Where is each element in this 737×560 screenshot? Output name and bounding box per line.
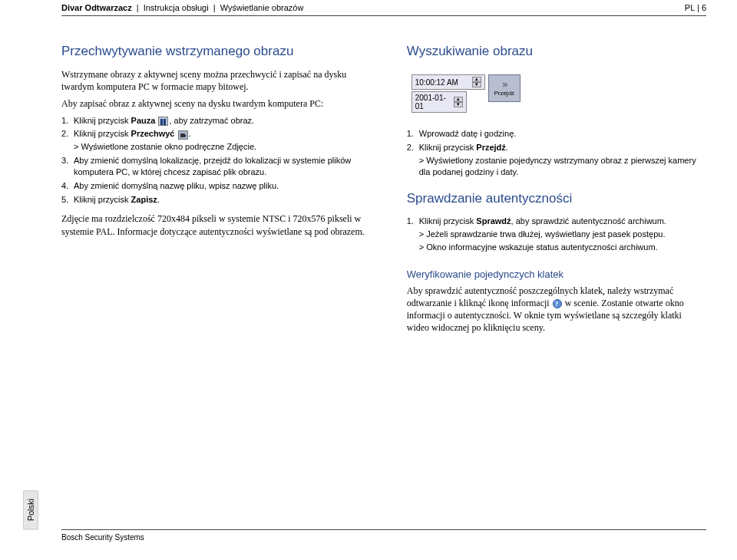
pause-icon: [158, 117, 168, 126]
step-item: 1. Wprowadź datę i godzinę.: [407, 128, 706, 140]
footer-company: Bosch Security Systems: [61, 533, 144, 542]
step-number: 1.: [61, 115, 74, 127]
step-number: 2.: [407, 142, 419, 178]
header-doc: Instrukcja obsługi: [144, 3, 209, 12]
step-text: Kliknij przycisk Przejdź. > Wyświetlony …: [419, 142, 706, 178]
step-number: 5.: [61, 194, 74, 206]
capture-note: Zdjęcie ma rozdzielczość 720x484 pikseli…: [61, 212, 376, 237]
verify-text: Aby sprawdzić autentyczność poszczególny…: [407, 285, 706, 334]
time-value: 10:00:12 AM: [415, 78, 458, 87]
capture-intro2: Aby zapisać obraz z aktywnej sceny na dy…: [61, 97, 376, 110]
date-value: 2001-01-01: [415, 94, 454, 110]
language-tab: Polski: [23, 490, 38, 529]
step-text: Aby zmienić domyślną lokalizację, przejd…: [74, 155, 376, 178]
fast-forward-icon: »: [502, 81, 506, 88]
date-input[interactable]: 2001-01-01 ▲ ▼: [411, 91, 467, 113]
language-label: Polski: [26, 499, 35, 521]
auth-title: Sprawdzanie autentyczności: [407, 191, 706, 206]
info-icon: [553, 299, 562, 308]
step-sub: > Jeżeli sprawdzanie trwa dłużej, wyświe…: [419, 229, 706, 240]
header-product: Divar Odtwarzacz: [61, 3, 132, 12]
page-number: PL | 6: [685, 3, 706, 12]
header-sep: |: [211, 3, 218, 12]
step-item: 3. Aby zmienić domyślną lokalizację, prz…: [61, 155, 376, 178]
chevron-down-icon[interactable]: ▼: [472, 82, 481, 87]
step-text: Kliknij przycisk Zapisz.: [74, 194, 376, 206]
step-item: 4. Aby zmienić domyślną nazwę pliku, wpi…: [61, 180, 376, 192]
auth-steps: 1. Kliknij przycisk Sprawdź, aby sprawdz…: [407, 216, 706, 253]
chevron-up-icon[interactable]: ▲: [454, 97, 463, 102]
step-number: 3.: [61, 155, 74, 178]
capture-intro: Wstrzymane obrazy z aktywnej sceny można…: [61, 68, 376, 93]
time-spinner[interactable]: ▲ ▼: [472, 77, 481, 87]
step-item: 1. Kliknij przycisk Pauza , aby zatrzyma…: [61, 115, 376, 127]
step-text: Wprowadź datę i godzinę.: [419, 128, 706, 140]
datetime-widget: 10:00:12 AM ▲ ▼ 2001-01-01: [411, 74, 521, 114]
step-sub: > Wyświetlony zostanie pojedynczy wstrzy…: [419, 155, 706, 178]
step-number: 1.: [407, 216, 419, 253]
camera-icon: [178, 130, 188, 140]
search-steps: 1. Wprowadź datę i godzinę. 2. Kliknij p…: [407, 128, 706, 177]
step-item: 5. Kliknij przycisk Zapisz.: [61, 194, 376, 206]
step-text: Aby zmienić domyślną nazwę pliku, wpisz …: [74, 180, 376, 192]
header-sep: |: [134, 3, 141, 12]
go-button-label: Przejdź: [494, 90, 514, 97]
breadcrumb: Divar Odtwarzacz | Instrukcja obsługi | …: [61, 3, 303, 12]
step-text: Kliknij przycisk Sprawdź, aby sprawdzić …: [419, 216, 706, 253]
step-text: Kliknij przycisk Przechwyć . > Wyświetlo…: [74, 128, 376, 153]
step-sub: > Okno informacyjne wskazuje status aute…: [419, 242, 706, 253]
time-input[interactable]: 10:00:12 AM ▲ ▼: [411, 74, 485, 90]
step-item: 2. Kliknij przycisk Przejdź. > Wyświetlo…: [407, 142, 706, 178]
header-section: Wyświetlanie obrazów: [220, 3, 304, 12]
verify-title: Weryfikowanie pojedynczych klatek: [407, 268, 706, 280]
capture-steps: 1. Kliknij przycisk Pauza , aby zatrzyma…: [61, 115, 376, 206]
capture-title: Przechwytywanie wstrzymanego obrazu: [61, 44, 376, 59]
chevron-up-icon[interactable]: ▲: [472, 77, 481, 82]
step-number: 1.: [407, 128, 419, 140]
step-item: 2. Kliknij przycisk Przechwyć . > Wyświe…: [61, 128, 376, 153]
search-title: Wyszukiwanie obrazu: [407, 44, 706, 59]
chevron-down-icon[interactable]: ▼: [454, 102, 463, 107]
date-spinner[interactable]: ▲ ▼: [454, 97, 463, 107]
page-header: Divar Odtwarzacz | Instrukcja obsługi | …: [61, 0, 706, 16]
step-number: 2.: [61, 128, 74, 153]
step-text: Kliknij przycisk Pauza , aby zatrzymać o…: [74, 115, 376, 127]
step-number: 4.: [61, 180, 74, 192]
step-sub: > Wyświetlone zostanie okno podręczne Zd…: [74, 141, 376, 153]
go-button[interactable]: » Przejdź: [488, 74, 521, 102]
page-footer: Bosch Security Systems: [61, 529, 706, 542]
step-item: 1. Kliknij przycisk Sprawdź, aby sprawdz…: [407, 216, 706, 253]
